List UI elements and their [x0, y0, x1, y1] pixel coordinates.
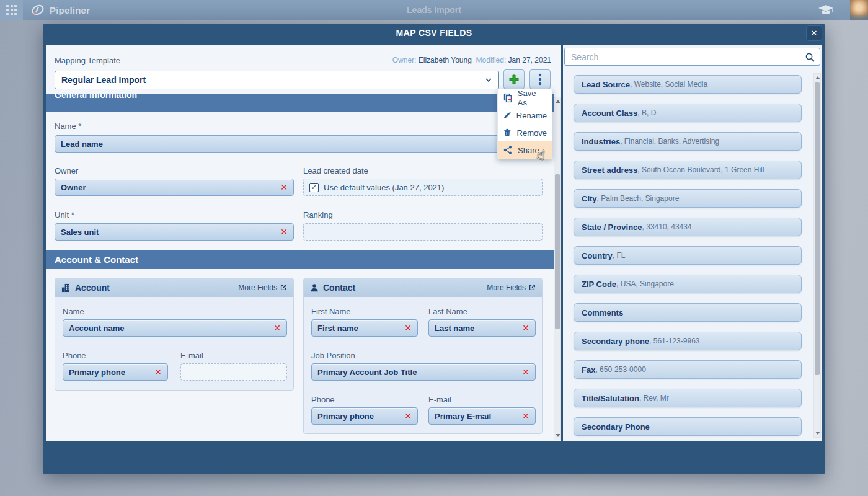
- csv-field-pill[interactable]: Country, FL: [574, 246, 802, 265]
- remove-last-name-icon[interactable]: [522, 323, 529, 333]
- last-name-label: Last Name: [428, 307, 467, 316]
- account-name-mapping-field[interactable]: Account name: [63, 319, 287, 337]
- account-email-drop-target[interactable]: [180, 363, 287, 381]
- sidebar-scrollbar[interactable]: [813, 73, 821, 438]
- csv-field-pill[interactable]: Lead Source, Website, Social Media: [574, 75, 802, 94]
- csv-fields-sidebar: Lead Source, Website, Social Media Accou…: [563, 45, 822, 441]
- kebab-menu-icon: [538, 73, 542, 86]
- csv-field-pill[interactable]: Street address, South Ocean Boulevard, 1…: [574, 161, 802, 179]
- contact-person-icon: [310, 283, 319, 292]
- template-menu-button[interactable]: [529, 69, 551, 89]
- save-as-icon: [503, 93, 513, 103]
- form-scrollbar[interactable]: [554, 97, 561, 440]
- map-csv-fields-modal: MAP CSV FIELDS Mapping Template Owner: E…: [43, 24, 825, 474]
- csv-field-pill[interactable]: State / Province, 33410, 43434: [574, 218, 802, 236]
- menu-item-remove[interactable]: Remove: [498, 124, 552, 141]
- selected-template: Regular Lead Import: [61, 75, 485, 85]
- contact-panel: Contact More Fields First Name First nam…: [303, 278, 542, 434]
- modal-footer: Back Import Cancel: [43, 441, 825, 474]
- name-mapping-field[interactable]: Lead name: [55, 135, 542, 153]
- account-contact-band: Account & Contact: [46, 250, 554, 269]
- modified-value: Jan 27, 2021: [508, 56, 551, 64]
- use-default-values-label: Use default values (Jan 27, 2021): [324, 183, 444, 192]
- lead-created-date-label: Lead created date: [303, 166, 368, 175]
- rename-pencil-icon: [503, 110, 512, 120]
- plus-icon: [508, 74, 520, 85]
- remove-account-name-icon[interactable]: [273, 323, 281, 333]
- general-information-title: General Information: [55, 94, 554, 100]
- csv-field-pill[interactable]: Industries, Financial, Banks, Advertisin…: [574, 132, 802, 151]
- sidebar-search: [564, 48, 820, 66]
- contact-phone-label: Phone: [311, 395, 335, 404]
- general-information-band: General Information: [46, 94, 554, 112]
- template-meta: Owner: Elizabeth Young Modified: Jan 27,…: [392, 56, 551, 64]
- close-button[interactable]: [806, 25, 822, 41]
- job-position-label: Job Position: [311, 351, 355, 360]
- account-more-fields-link[interactable]: More Fields: [238, 283, 287, 292]
- csv-field-pill[interactable]: Secondary phone, 561-123-9963: [574, 332, 802, 350]
- csv-field-pill[interactable]: Comments: [574, 303, 802, 322]
- contact-email-mapping-field[interactable]: Primary E-mail: [428, 407, 536, 425]
- ranking-drop-target[interactable]: [303, 223, 542, 241]
- mapping-template-select[interactable]: Regular Lead Import: [55, 71, 499, 89]
- scroll-down-arrow-icon[interactable]: [815, 432, 820, 435]
- ranking-field-label: Ranking: [303, 210, 333, 219]
- owner-mapping-field[interactable]: Owner: [55, 179, 294, 196]
- account-building-icon: [61, 283, 71, 293]
- unit-field-label: Unit *: [55, 210, 74, 219]
- remove-first-name-icon[interactable]: [404, 323, 412, 333]
- csv-field-pill[interactable]: Secondary Phone: [574, 417, 802, 436]
- remove-job-position-icon[interactable]: [522, 367, 529, 377]
- page-title: Leads Import: [0, 5, 868, 15]
- scroll-up-arrow-icon[interactable]: [556, 100, 560, 103]
- account-phone-mapping-field[interactable]: Primary phone: [63, 363, 168, 381]
- use-default-values-checkbox[interactable]: [309, 183, 319, 192]
- account-email-label: E-mail: [180, 351, 203, 360]
- user-avatar[interactable]: [850, 0, 868, 20]
- first-name-label: First Name: [311, 307, 351, 316]
- remove-contact-phone-icon[interactable]: [404, 411, 412, 421]
- search-input[interactable]: [565, 48, 820, 65]
- screen: Pipeliner Leads Import MAP CSV FIELDS Ma…: [0, 0, 868, 496]
- contact-panel-title: Contact: [323, 283, 482, 293]
- account-panel: Account More Fields Name Account name: [55, 278, 294, 391]
- search-icon[interactable]: [805, 52, 815, 63]
- account-phone-label: Phone: [63, 351, 86, 360]
- first-name-mapping-field[interactable]: First name: [311, 319, 418, 337]
- share-icon: [503, 145, 513, 155]
- menu-item-rename[interactable]: Rename: [498, 107, 552, 124]
- modified-label: Modified:: [476, 56, 507, 64]
- csv-field-pill[interactable]: ZIP Code, USA, Singapore: [574, 275, 802, 293]
- sidebar-scrollbar-thumb[interactable]: [815, 82, 820, 375]
- remove-contact-email-icon[interactable]: [522, 411, 529, 421]
- form-scrollbar-thumb[interactable]: [555, 174, 560, 329]
- mapping-content-panel: Mapping Template Owner: Elizabeth Young …: [46, 45, 561, 441]
- account-panel-header: Account More Fields: [55, 278, 293, 297]
- menu-item-save-as[interactable]: Save As: [498, 89, 552, 107]
- csv-field-pill[interactable]: Account Class, B, D: [574, 104, 802, 122]
- name-field-label: Name *: [55, 122, 81, 131]
- remove-unit-mapping-icon[interactable]: [280, 227, 288, 237]
- contact-email-label: E-mail: [428, 395, 451, 404]
- contact-phone-mapping-field[interactable]: Primary phone: [311, 407, 418, 425]
- contact-more-fields-link[interactable]: More Fields: [487, 283, 536, 292]
- csv-field-pill[interactable]: Title/Salutation, Rev, Mr: [574, 389, 802, 407]
- form-scroll-area: General Information Name * Lead name Own…: [46, 94, 554, 441]
- remove-account-phone-icon[interactable]: [154, 367, 162, 377]
- owner-field-label: Owner: [55, 166, 78, 175]
- unit-mapping-field[interactable]: Sales unit: [55, 223, 294, 241]
- add-template-button[interactable]: [503, 69, 525, 89]
- scroll-up-arrow-icon[interactable]: [815, 76, 820, 79]
- academy-cap-icon[interactable]: [818, 3, 834, 17]
- close-icon: [811, 29, 818, 38]
- external-link-icon: [280, 284, 287, 291]
- csv-field-pill[interactable]: City, Palm Beach, Singapore: [574, 189, 802, 208]
- external-link-icon: [528, 284, 536, 291]
- scroll-down-arrow-icon[interactable]: [556, 434, 560, 437]
- chevron-down-icon: [485, 78, 492, 82]
- modal-title: MAP CSV FIELDS: [43, 24, 825, 42]
- job-position-mapping-field[interactable]: Primary Account Job Title: [311, 363, 536, 381]
- remove-owner-mapping-icon[interactable]: [280, 182, 288, 192]
- last-name-mapping-field[interactable]: Last name: [428, 319, 536, 337]
- csv-field-pill[interactable]: Fax, 650-253-0000: [574, 360, 802, 379]
